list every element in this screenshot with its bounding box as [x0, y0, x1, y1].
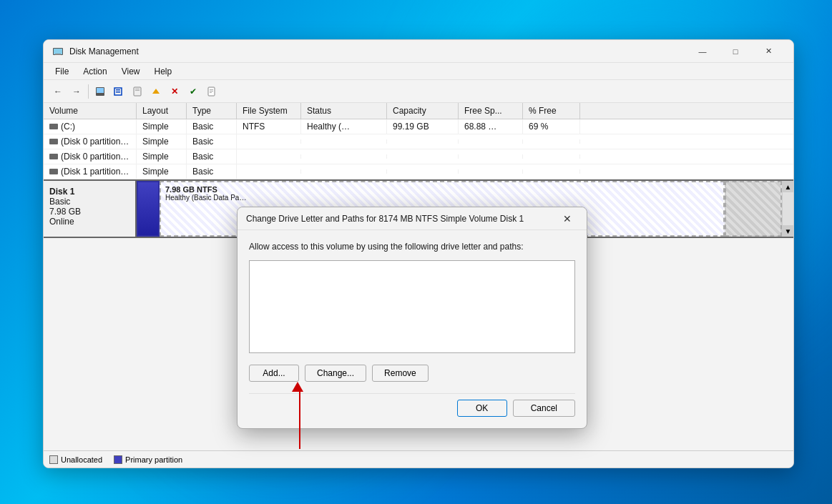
menu-bar: File Action View Help: [44, 63, 793, 80]
cell-freesp-2: [459, 154, 523, 159]
cell-pctfree-0: 69 %: [523, 119, 580, 134]
toolbar-btn-doc[interactable]: [203, 83, 220, 100]
svg-rect-14: [210, 92, 212, 93]
disk-size: 7.98 GB: [49, 207, 129, 217]
col-header-capacity[interactable]: Capacity: [387, 103, 459, 119]
ok-button[interactable]: OK: [457, 400, 507, 417]
disk-label-1: Disk 1 Basic 7.98 GB Online: [44, 181, 137, 237]
toolbar-btn-6[interactable]: [147, 83, 165, 100]
cell-fs-1: [237, 139, 301, 144]
cell-pctfree-3: [523, 169, 580, 174]
modal-description: Allow access to this volume by using the…: [249, 242, 575, 252]
volume-table: Volume Layout Type File System Status Ca…: [44, 103, 793, 181]
disk-icon-2: [49, 154, 58, 159]
legend-primary-label: Primary partition: [125, 455, 182, 464]
cell-pctfree-2: [523, 154, 580, 159]
modal-action-buttons: Add... Change... Remove: [249, 365, 575, 382]
disk-icon-1: [49, 139, 58, 144]
svg-rect-4: [97, 88, 104, 93]
cell-type-1: Basic: [187, 134, 237, 149]
col-header-volume[interactable]: Volume: [44, 103, 137, 119]
cell-status-1: [301, 139, 387, 144]
cell-volume-0: (C:): [44, 119, 137, 134]
legend-unallocated-label: Unallocated: [61, 455, 102, 464]
toolbar-separator-1: [88, 84, 89, 99]
cell-capacity-1: [387, 139, 459, 144]
svg-rect-9: [135, 89, 140, 89]
menu-action[interactable]: Action: [77, 65, 112, 78]
forward-button[interactable]: →: [68, 83, 85, 100]
toolbar: ← → ✕ ✔: [44, 80, 793, 103]
disk-icon-0: [49, 124, 58, 129]
disk-status: Online: [49, 217, 129, 227]
main-content: Volume Layout Type File System Status Ca…: [44, 103, 793, 468]
seg-ntfs-title: 7.98 GB NTFS: [165, 185, 719, 194]
toolbar-btn-check[interactable]: ✔: [185, 83, 202, 100]
disk-name: Disk 1: [49, 187, 129, 197]
scroll-down[interactable]: ▼: [783, 225, 793, 237]
cell-fs-0: NTFS: [237, 119, 301, 134]
toolbar-btn-delete[interactable]: ✕: [166, 83, 183, 100]
col-header-type[interactable]: Type: [187, 103, 237, 119]
scroll-up[interactable]: ▲: [783, 181, 793, 192]
back-button[interactable]: ←: [49, 83, 67, 100]
cell-volume-2: (Disk 0 partition…: [44, 149, 137, 164]
cell-capacity-3: [387, 169, 459, 174]
add-button[interactable]: Add...: [249, 365, 299, 382]
toolbar-btn-3[interactable]: [92, 83, 109, 100]
disk-management-window: Disk Management — □ ✕ File Action View H…: [43, 39, 794, 468]
legend-unallocated-box: [49, 455, 58, 464]
svg-rect-2: [55, 54, 61, 55]
cell-status-0: Healthy (…: [301, 119, 387, 134]
table-row[interactable]: (C:) Simple Basic NTFS Healthy (… 99.19 …: [44, 119, 793, 134]
cell-volume-3: (Disk 1 partition…: [44, 164, 137, 179]
legend-primary-box: [114, 455, 122, 464]
toolbar-btn-4[interactable]: [110, 83, 127, 100]
table-row[interactable]: (Disk 0 partition… Simple Basic: [44, 149, 793, 164]
cell-type-2: Basic: [187, 149, 237, 164]
close-button[interactable]: ✕: [752, 40, 785, 63]
table-body: (C:) Simple Basic NTFS Healthy (… 99.19 …: [44, 119, 793, 179]
menu-file[interactable]: File: [49, 65, 74, 78]
remove-button[interactable]: Remove: [372, 365, 429, 382]
legend-primary: Primary partition: [114, 455, 182, 464]
scrollbar[interactable]: ▲ ▼: [782, 181, 793, 237]
svg-rect-7: [116, 92, 120, 93]
table-header: Volume Layout Type File System Status Ca…: [44, 103, 793, 119]
svg-rect-12: [210, 89, 213, 90]
modal-title: Change Drive Letter and Paths for 8174 M…: [246, 214, 557, 224]
minimize-button[interactable]: —: [686, 40, 719, 63]
menu-help[interactable]: Help: [149, 65, 178, 78]
cell-fs-3: [237, 169, 301, 174]
modal-title-bar: Change Drive Letter and Paths for 8174 M…: [238, 207, 587, 230]
table-row[interactable]: (Disk 0 partition… Simple Basic: [44, 134, 793, 149]
cell-freesp-3: [459, 169, 523, 174]
window-icon: [52, 46, 64, 57]
modal-close-button[interactable]: ✕: [557, 210, 578, 227]
col-header-freesp[interactable]: Free Sp...: [459, 103, 523, 119]
table-row[interactable]: (Disk 1 partition… Simple Basic: [44, 164, 793, 179]
cell-freesp-0: 68.88 …: [459, 119, 523, 134]
scroll-track: [783, 192, 793, 225]
cell-status-3: [301, 169, 387, 174]
col-header-layout[interactable]: Layout: [137, 103, 187, 119]
col-header-filesystem[interactable]: File System: [237, 103, 301, 119]
cancel-button[interactable]: Cancel: [513, 400, 575, 417]
cell-layout-0: Simple: [137, 119, 187, 134]
disk-icon-3: [49, 169, 58, 174]
svg-rect-6: [116, 89, 120, 91]
menu-view[interactable]: View: [116, 65, 146, 78]
legend-unallocated: Unallocated: [49, 455, 102, 464]
maximize-button[interactable]: □: [719, 40, 752, 63]
cell-layout-3: Simple: [137, 164, 187, 179]
modal-dialog: Change Drive Letter and Paths for 8174 M…: [237, 207, 587, 429]
cell-freesp-1: [459, 139, 523, 144]
col-header-pctfree[interactable]: % Free: [523, 103, 580, 119]
col-header-status[interactable]: Status: [301, 103, 387, 119]
toolbar-btn-5[interactable]: [129, 83, 146, 100]
modal-listbox[interactable]: [249, 260, 575, 353]
disk-segment-unallocated[interactable]: [725, 181, 782, 237]
change-button[interactable]: Change...: [305, 365, 366, 382]
disk-segment-primary[interactable]: [137, 181, 160, 237]
cell-layout-2: Simple: [137, 149, 187, 164]
